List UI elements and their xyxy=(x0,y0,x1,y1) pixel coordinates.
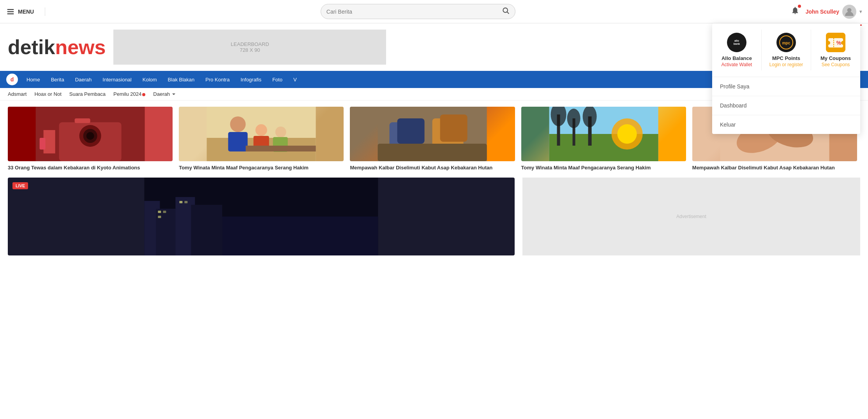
svg-rect-22 xyxy=(246,146,316,151)
pemilu-dot xyxy=(142,93,145,96)
header-right: John Sculley ▾ xyxy=(791,5,862,19)
logo-news: news xyxy=(55,36,106,58)
coupon-svg: % xyxy=(826,33,845,52)
nav-item-prokontra[interactable]: Pro Kontra xyxy=(200,71,235,88)
article-img-svg xyxy=(350,107,515,161)
svg-point-10 xyxy=(86,132,94,140)
svg-rect-53 xyxy=(158,211,161,213)
nav-item-internasional[interactable]: Internasional xyxy=(97,71,137,88)
svg-rect-52 xyxy=(191,205,222,255)
svg-point-63 xyxy=(841,41,845,45)
coupon-icon: % xyxy=(826,33,845,52)
mpc-icon: mpc xyxy=(776,33,796,52)
svg-rect-54 xyxy=(163,211,166,213)
article-card[interactable]: Tomy Winata Minta Maaf Pengacaranya Sera… xyxy=(176,107,347,171)
svg-point-62 xyxy=(826,41,830,45)
allo-activate-link[interactable]: Activate Wallet xyxy=(722,62,752,67)
svg-rect-55 xyxy=(158,216,161,218)
article-img-svg xyxy=(8,107,173,161)
nav-item-berita[interactable]: Berita xyxy=(46,71,70,88)
svg-point-16 xyxy=(230,116,246,132)
sec-nav-pemilu[interactable]: Pemilu 2024 xyxy=(113,91,145,97)
sec-nav-adsmart[interactable]: Adsmart xyxy=(8,91,26,97)
wallet-allo-balance[interactable]: allo bank Allo Balance Activate Wallet xyxy=(712,30,762,70)
nav-item-video[interactable]: V xyxy=(288,71,302,88)
leaderboard-banner: LEADERBOARD 728 X 90 xyxy=(113,30,386,65)
article-title: 33 Orang Tewas dalam Kebakaran di Kyoto … xyxy=(8,164,173,171)
dropdown-keluar[interactable]: Keluar xyxy=(712,115,860,134)
search-input[interactable] xyxy=(326,9,502,15)
search-area xyxy=(45,4,791,19)
search-icon[interactable] xyxy=(502,7,510,16)
user-name: John Sculley xyxy=(806,9,839,15)
mpc-login-link[interactable]: Login or register xyxy=(769,62,803,67)
daerah-chevron-icon xyxy=(171,92,176,97)
wallet-my-coupons[interactable]: % My Coupons See Coupons xyxy=(811,30,860,70)
svg-text:mpc: mpc xyxy=(782,41,790,45)
nav-item-blakblakan[interactable]: Blak Blakan xyxy=(162,71,200,88)
notification-badge xyxy=(798,5,801,8)
dropdown-profile-saya[interactable]: Profile Saya xyxy=(712,77,860,96)
nav-item-foto[interactable]: Foto xyxy=(267,71,288,88)
search-box xyxy=(321,4,515,19)
live-video-bg xyxy=(8,178,515,255)
svg-point-5 xyxy=(847,8,852,12)
article-title: Tomy Winata Minta Maaf Pengacaranya Sera… xyxy=(179,164,344,171)
allo-balance-label: Allo Balance xyxy=(722,55,752,61)
coupon-see-link[interactable]: See Coupons xyxy=(822,62,850,67)
svg-point-32 xyxy=(617,124,637,144)
svg-rect-11 xyxy=(75,118,90,123)
mpc-label: MPC Points xyxy=(772,55,800,61)
article-card[interactable]: 33 Orang Tewas dalam Kebakaran di Kyoto … xyxy=(8,107,176,171)
article-title: Tomy Winata Minta Maaf Pengacaranya Sera… xyxy=(521,164,686,171)
logo-area: detiknews xyxy=(8,37,106,57)
logo-detik: detik xyxy=(8,36,55,58)
nav-items: Home Berita Daerah Internasional Kolom B… xyxy=(21,71,302,88)
header: MENU John Sculley xyxy=(0,0,868,23)
dropdown-dashboard[interactable]: Dashboard xyxy=(712,96,860,115)
svg-rect-17 xyxy=(228,132,248,151)
site-logo[interactable]: detiknews xyxy=(8,37,106,57)
article-title: Mempawah Kalbar Diselimuti Kabut Asap Ke… xyxy=(350,164,515,171)
article-image xyxy=(8,107,173,161)
sidebar-advertisement: Advertisement xyxy=(522,178,860,255)
live-video-card[interactable]: LIVE xyxy=(8,178,515,255)
nav-item-daerah[interactable]: Daerah xyxy=(70,71,97,88)
svg-point-20 xyxy=(275,127,286,137)
chevron-down-icon: ▾ xyxy=(859,9,862,14)
svg-line-4 xyxy=(507,12,509,14)
article-image xyxy=(521,107,686,161)
article-title: Mempawah Kalbar Diselimuti Kabut Asap Ke… xyxy=(692,164,857,171)
nav-item-infografis[interactable]: Infografis xyxy=(235,71,266,88)
nav-item-home[interactable]: Home xyxy=(21,71,46,88)
nav-logo[interactable]: d xyxy=(6,74,18,85)
article-img-svg xyxy=(521,107,686,161)
article-image xyxy=(179,107,344,161)
live-badge: LIVE xyxy=(12,182,28,189)
svg-text:%: % xyxy=(836,40,842,46)
svg-rect-27 xyxy=(440,114,468,142)
user-dropdown: allo bank Allo Balance Activate Wallet m… xyxy=(712,23,860,134)
notification-icon[interactable] xyxy=(791,6,799,17)
article-card[interactable]: Tomy Winata Minta Maaf Pengacaranya Sera… xyxy=(518,107,689,171)
svg-rect-56 xyxy=(179,201,182,203)
live-section: LIVE Advertisement xyxy=(0,178,868,263)
svg-rect-57 xyxy=(184,201,187,203)
svg-rect-13 xyxy=(40,138,46,150)
sec-nav-suara-pembaca[interactable]: Suara Pembaca xyxy=(69,91,106,97)
coupon-label: My Coupons xyxy=(820,55,851,61)
article-image xyxy=(350,107,515,161)
user-menu[interactable]: John Sculley ▾ xyxy=(806,5,862,19)
svg-point-3 xyxy=(503,8,508,12)
hamburger-icon xyxy=(6,7,15,16)
svg-point-18 xyxy=(256,124,267,136)
wallet-row: allo bank Allo Balance Activate Wallet m… xyxy=(712,23,860,77)
svg-point-36 xyxy=(567,109,580,128)
sec-nav-hoaxornot[interactable]: Hoax or Not xyxy=(34,91,61,97)
article-card[interactable]: Mempawah Kalbar Diselimuti Kabut Asap Ke… xyxy=(347,107,518,171)
wallet-mpc-points[interactable]: mpc MPC Points Login or register xyxy=(762,30,811,70)
sec-nav-daerah-dropdown[interactable]: Daerah xyxy=(153,91,176,97)
menu-button[interactable]: MENU xyxy=(6,7,45,16)
nav-item-kolom[interactable]: Kolom xyxy=(137,71,162,88)
mpc-svg: mpc xyxy=(779,35,793,49)
